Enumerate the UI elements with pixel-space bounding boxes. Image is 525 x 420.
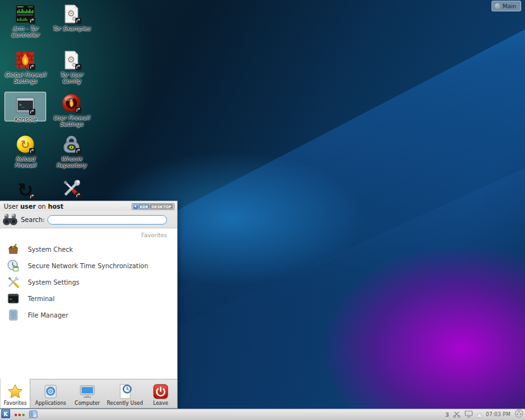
desktop-icon-label: Konsole (5, 116, 46, 123)
global-firewall-settings-icon (15, 50, 35, 70)
desktop-icon-tor-user-config[interactable]: ⚙⚙ Tor UserConfig (51, 50, 92, 84)
svg-text:>_: >_ (19, 102, 25, 108)
shortcut-emblem-icon (29, 109, 35, 115)
desktop-icon-label: Tor Examples (51, 25, 92, 32)
taskbar: K 3 07:03 PM (0, 409, 525, 420)
sdwdate-tray-icon[interactable]: 3 (445, 412, 449, 418)
power-leave-icon (152, 382, 169, 400)
activity-main-button[interactable]: Main (491, 1, 522, 11)
shortcut-emblem-icon (29, 64, 35, 70)
menu-item-system-settings[interactable]: System Settings (0, 274, 177, 290)
star-icon (7, 382, 23, 400)
desktop-icon-konsole[interactable]: >_ Konsole (4, 92, 46, 121)
terminal-icon: >_ (6, 292, 20, 305)
user-host-label: User user on host (4, 203, 63, 210)
status-dots-icon[interactable] (15, 414, 25, 416)
kickoff-favorites-list: Favorites System Check Secure Network Ti… (0, 228, 177, 380)
computer-monitor-icon (79, 382, 96, 400)
tab-leave[interactable]: Leave (146, 380, 175, 408)
desktop-icon-reload-firewall[interactable]: ↻ ReloadFirewall (4, 134, 46, 168)
kickoff-header: User user on host K KDE DESKTOP (0, 201, 177, 211)
desktop-icon-global-firewall-settings[interactable]: Global FirewallSettings (4, 50, 46, 84)
section-label: Favorites (0, 228, 177, 241)
shortcut-emblem-icon (75, 64, 82, 70)
svg-text:>_: >_ (9, 297, 15, 302)
menu-item-system-check[interactable]: System Check (0, 241, 177, 257)
package-box-icon (6, 243, 20, 256)
shortcut-emblem-icon (29, 18, 35, 24)
whonix-repository-icon (61, 134, 82, 154)
reload-firewall-icon: ↻ (15, 134, 35, 154)
activity-icon (495, 3, 500, 9)
desktop-icon-partial-tools[interactable] (51, 178, 92, 199)
desktop-icon-tor-examples[interactable]: ⚙⚙ Tor Examples (51, 4, 92, 32)
refresh-arrow-icon: ↻ (15, 180, 35, 200)
konsole-icon: >_ (15, 95, 35, 115)
desktop-icon-label: User FirewallSettings (51, 114, 92, 127)
desktop-icon-label: WhonixRepository (51, 156, 92, 168)
kickoff-menu: User user on host K KDE DESKTOP Search: … (0, 201, 178, 409)
svg-text:⚙: ⚙ (47, 387, 54, 396)
desktop-icon-user-firewall-settings[interactable]: User FirewallSettings (51, 93, 92, 127)
kickoff-launcher-button[interactable]: K (1, 409, 10, 420)
network-monitor-tray-icon[interactable] (464, 409, 473, 420)
desktop-icon-label: Global FirewallSettings (4, 71, 46, 84)
desktop-icon-partial-refresh[interactable]: ↻ (4, 180, 46, 200)
activity-label: Main (503, 3, 517, 9)
file-cabinet-icon (6, 309, 20, 321)
tab-computer[interactable]: Computer (71, 380, 104, 408)
desktop-icon-whonix-repository[interactable]: WhonixRepository (51, 134, 92, 168)
search-label: Search: (21, 216, 45, 223)
shortcut-emblem-icon (75, 148, 82, 154)
shortcut-emblem-icon (29, 148, 35, 154)
tab-favorites[interactable]: Favorites (0, 379, 30, 408)
pager-icon[interactable] (29, 409, 37, 420)
desktop-icon-arm-tor-controller[interactable]: Arm - TorController (4, 4, 46, 38)
clock-sync-icon (6, 259, 20, 272)
shortcut-emblem-icon (75, 192, 82, 199)
desktop-icon-label: Tor UserConfig (51, 71, 92, 84)
kde-logo-icon: K (133, 204, 138, 209)
menu-item-terminal[interactable]: >_ Terminal (0, 290, 177, 307)
menu-item-secure-network-time-synchronization[interactable]: Secure Network Time Synchronization (0, 257, 177, 274)
wrench-screwdriver-icon (6, 276, 20, 288)
svg-text:K: K (4, 411, 9, 417)
binoculars-search-icon (2, 211, 18, 228)
panel-toolbox-cashew-icon[interactable] (514, 409, 524, 420)
desktop-icon-label: Arm - TorController (4, 25, 46, 38)
menu-item-file-manager[interactable]: File Manager (0, 307, 177, 323)
kickoff-tab-strip: Favorites ⚙ Applications Computer Recent… (0, 379, 177, 408)
search-input[interactable] (47, 215, 167, 225)
kde-desktop-badge: K KDE DESKTOP (132, 203, 175, 210)
shortcut-emblem-icon (75, 18, 82, 24)
tor-user-config-icon: ⚙⚙ (61, 50, 82, 70)
tray-expander-icon[interactable] (477, 413, 482, 417)
kickoff-search-row: Search: (0, 211, 177, 228)
tools-icon (61, 178, 82, 199)
recent-documents-icon (117, 382, 133, 400)
user-firewall-settings-icon (61, 93, 82, 113)
shortcut-emblem-icon (29, 194, 35, 200)
tor-examples-icon: ⚙⚙ (61, 4, 82, 24)
tab-applications[interactable]: ⚙ Applications (30, 380, 71, 408)
applications-icon: ⚙ (42, 382, 59, 400)
digital-clock[interactable]: 07:03 PM (486, 412, 510, 417)
tab-recently-used[interactable]: Recently Used (104, 380, 146, 408)
desktop-icon-label: ReloadFirewall (4, 156, 46, 168)
shortcut-emblem-icon (75, 107, 82, 113)
klipper-scissors-icon[interactable] (453, 409, 460, 420)
arm-tor-controller-icon (15, 4, 35, 24)
